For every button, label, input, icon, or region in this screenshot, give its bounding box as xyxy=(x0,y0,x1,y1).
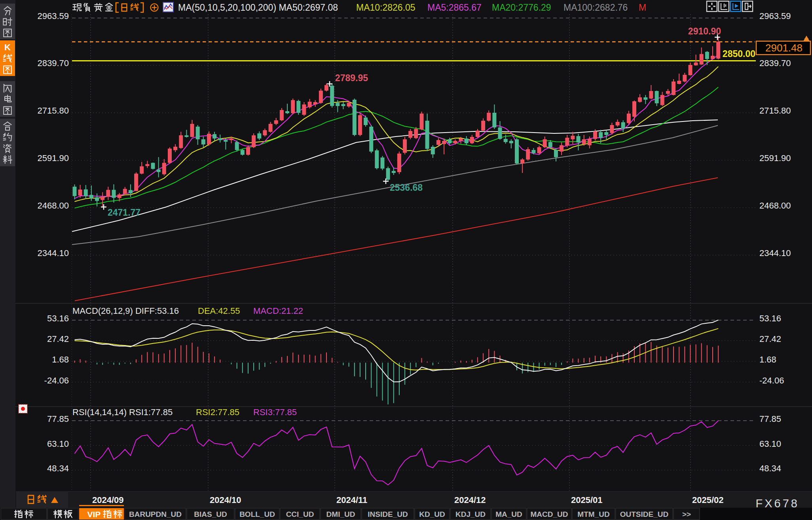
svg-text:2715.80: 2715.80 xyxy=(37,106,69,116)
svg-text:MACD:21.22: MACD:21.22 xyxy=(253,306,303,316)
svg-text:2536.68: 2536.68 xyxy=(390,182,423,193)
svg-text:BOLL_UD: BOLL_UD xyxy=(239,510,275,518)
svg-text:2839.70: 2839.70 xyxy=(759,58,791,68)
svg-text:2591.90: 2591.90 xyxy=(37,153,69,163)
svg-text:2591.90: 2591.90 xyxy=(759,153,791,163)
svg-text:27.42: 27.42 xyxy=(47,334,69,344)
svg-text:63.10: 63.10 xyxy=(759,439,781,449)
svg-text:RSI3:77.85: RSI3:77.85 xyxy=(253,407,297,417)
svg-text:2024/12: 2024/12 xyxy=(454,495,486,505)
svg-text:INSIDE_UD: INSIDE_UD xyxy=(368,510,408,518)
svg-text:2901.48: 2901.48 xyxy=(765,42,803,54)
svg-text:2839.70: 2839.70 xyxy=(37,58,69,68)
svg-text:2024/11: 2024/11 xyxy=(336,495,367,505)
svg-text:-24.06: -24.06 xyxy=(759,376,784,385)
svg-text:-24.06: -24.06 xyxy=(44,376,69,385)
svg-text:MA20:2776.29: MA20:2776.29 xyxy=(492,2,551,13)
svg-text:MA10:2826.05: MA10:2826.05 xyxy=(356,2,415,13)
svg-text:53.16: 53.16 xyxy=(47,313,69,323)
svg-text:BIAS_UD: BIAS_UD xyxy=(194,510,227,518)
svg-text:OUTSIDE_UD: OUTSIDE_UD xyxy=(620,510,668,518)
svg-text:48.34: 48.34 xyxy=(759,463,781,473)
svg-text:48.34: 48.34 xyxy=(47,463,69,473)
svg-text:2963.59: 2963.59 xyxy=(37,11,69,21)
svg-text:MA100:2682.76: MA100:2682.76 xyxy=(563,2,628,13)
svg-text:MACD_UD: MACD_UD xyxy=(531,510,568,518)
svg-text:2963.59: 2963.59 xyxy=(759,11,791,21)
svg-text:2468.00: 2468.00 xyxy=(37,201,69,211)
svg-text:2715.80: 2715.80 xyxy=(759,106,791,116)
svg-text:2850.00: 2850.00 xyxy=(723,49,755,59)
svg-text:63.10: 63.10 xyxy=(47,439,69,449)
svg-text:2789.95: 2789.95 xyxy=(335,73,368,83)
svg-text:BARUPDN_UD: BARUPDN_UD xyxy=(129,510,182,518)
svg-text:2468.00: 2468.00 xyxy=(759,201,791,211)
svg-text:2024/09: 2024/09 xyxy=(92,495,124,505)
svg-text:MA(50,10,5,20,100,200) MA50:26: MA(50,10,5,20,100,200) MA50:2697.08 xyxy=(178,2,338,13)
svg-text:MA5:2865.67: MA5:2865.67 xyxy=(427,2,482,13)
svg-text:DEA:42.55: DEA:42.55 xyxy=(198,306,240,316)
svg-text:2471.77: 2471.77 xyxy=(108,207,140,218)
svg-text:2025/01: 2025/01 xyxy=(571,495,603,505)
svg-text:M: M xyxy=(639,2,646,13)
svg-text:RSI(14,14,14) RSI1:77.85: RSI(14,14,14) RSI1:77.85 xyxy=(72,407,173,417)
svg-text:VIP: VIP xyxy=(87,510,101,519)
svg-text:MACD(26,12,9) DIFF:53.16: MACD(26,12,9) DIFF:53.16 xyxy=(72,306,179,316)
svg-text:2344.10: 2344.10 xyxy=(759,248,791,258)
svg-text:2025/02: 2025/02 xyxy=(692,495,724,505)
svg-text:K: K xyxy=(4,42,11,52)
svg-text:77.85: 77.85 xyxy=(759,414,781,424)
svg-text:1.68: 1.68 xyxy=(759,355,776,364)
svg-text:DMI_UD: DMI_UD xyxy=(326,510,355,518)
svg-text:53.16: 53.16 xyxy=(759,313,781,323)
svg-text:>>: >> xyxy=(682,510,691,518)
svg-text:KDJ_UD: KDJ_UD xyxy=(455,510,486,518)
svg-text:27.42: 27.42 xyxy=(759,334,781,344)
svg-text:MTM_UD: MTM_UD xyxy=(577,510,609,518)
svg-text:77.85: 77.85 xyxy=(47,414,69,424)
svg-text:MA_UD: MA_UD xyxy=(495,510,522,518)
svg-text:1.68: 1.68 xyxy=(52,355,69,364)
svg-text:CCI_UD: CCI_UD xyxy=(286,510,314,518)
svg-text:FX678: FX678 xyxy=(756,497,799,510)
svg-text:KD_UD: KD_UD xyxy=(419,510,445,518)
svg-text:2344.10: 2344.10 xyxy=(37,248,69,258)
svg-text:RSI2:77.85: RSI2:77.85 xyxy=(196,407,239,417)
svg-text:2910.90: 2910.90 xyxy=(688,26,721,36)
svg-text:2024/10: 2024/10 xyxy=(210,495,241,505)
